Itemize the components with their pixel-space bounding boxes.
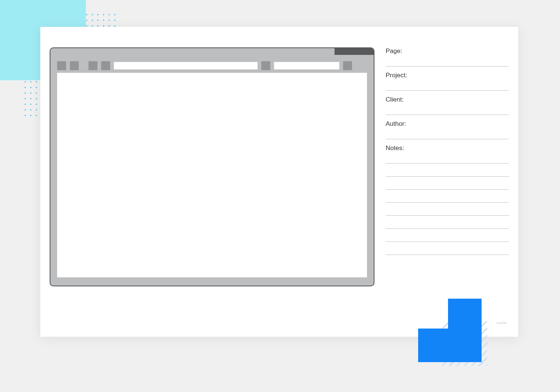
notes-line[interactable] [386,255,509,255]
watermark-text: nunile [497,321,507,325]
page-field: Page: [386,47,509,66]
nav-menu-button[interactable] [343,61,352,70]
browser-viewport[interactable] [57,73,367,277]
browser-toolbar [50,59,374,73]
notes-line[interactable] [386,163,509,164]
notes-label: Notes: [386,144,509,152]
page-input-line[interactable] [386,66,509,66]
project-field: Project: [386,72,509,91]
nav-bookmark-button[interactable] [261,61,270,70]
page-label: Page: [386,47,509,55]
template-card: Page: Project: Client: Author: Notes: nu… [40,27,518,337]
author-field: Author: [386,120,509,139]
nav-reload-button[interactable] [88,61,97,70]
blue-corner-decoration-inner [418,329,482,362]
author-input-line[interactable] [386,139,509,139]
nav-back-button[interactable] [57,61,66,70]
notes-field: Notes: [386,144,509,255]
browser-tab[interactable] [335,48,374,55]
search-bar[interactable] [274,62,339,69]
notes-line[interactable] [386,215,509,216]
notes-line[interactable] [386,228,509,229]
notes-line[interactable] [386,242,509,242]
meta-panel: Page: Project: Client: Author: Notes: nu… [386,47,509,322]
address-bar[interactable] [114,62,258,69]
browser-tab-bar [50,48,374,59]
author-label: Author: [386,120,509,128]
notes-line[interactable] [386,202,509,203]
nav-home-button[interactable] [101,61,110,70]
project-label: Project: [386,72,509,79]
client-field: Client: [386,96,509,115]
notes-line[interactable] [386,176,509,177]
project-input-line[interactable] [386,90,509,91]
client-label: Client: [386,96,509,103]
notes-line[interactable] [386,189,509,190]
client-input-line[interactable] [386,115,509,115]
browser-wireframe [50,47,374,286]
nav-forward-button[interactable] [70,61,79,70]
